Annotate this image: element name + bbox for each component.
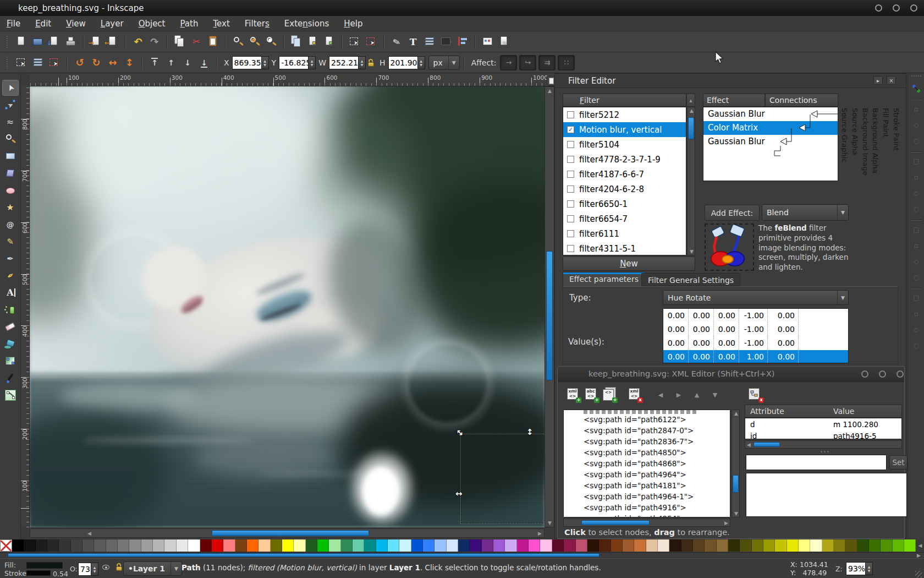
star-tool[interactable]: ★	[2, 199, 19, 215]
horizontal-scroll-thumb[interactable]	[212, 530, 369, 536]
splitter-handle[interactable]	[815, 449, 834, 454]
palette-swatch[interactable]	[493, 539, 505, 552]
tweak-tool[interactable]: ≈	[2, 114, 19, 130]
tab-filter-general-settings[interactable]: Filter General Settings	[641, 273, 740, 286]
menu-edit[interactable]: Edit	[35, 19, 51, 29]
filter-row[interactable]: filter6111	[563, 226, 686, 241]
snap-grids-icon[interactable]: ◇	[910, 323, 923, 336]
palette-swatch[interactable]	[799, 539, 810, 552]
snap-cusp-nodes-icon[interactable]: ○	[910, 203, 923, 216]
checkbox-icon[interactable]	[567, 111, 574, 118]
matrix-row[interactable]: 0.000.000.00-1.000.00	[663, 323, 848, 336]
xml-node-row[interactable]: <svg:path id="path4850">	[564, 447, 730, 458]
menu-path[interactable]: Path	[180, 19, 198, 29]
pencil-tool[interactable]: ✎	[2, 233, 19, 249]
xml-node-row[interactable]: <svg:path id="path4868">	[564, 458, 730, 469]
matrix-value[interactable]: 0.00	[689, 309, 714, 323]
select-all-icon[interactable]: ➤	[348, 34, 362, 50]
toolbar-grip[interactable]	[7, 36, 9, 48]
snap-bbox-icon[interactable]: ▫	[910, 102, 923, 116]
palette-swatch[interactable]	[47, 539, 59, 552]
select-all-layers-icon[interactable]	[31, 55, 45, 70]
lock-ratio-icon[interactable]	[368, 59, 375, 67]
palette-swatch[interactable]	[482, 539, 493, 552]
fill-color-swatch[interactable]	[26, 562, 63, 569]
checkbox-icon[interactable]	[567, 186, 574, 193]
xml-node-row[interactable]: <svg:path id="path4181">	[564, 480, 730, 491]
attribute-hscroll-thumb[interactable]	[754, 442, 780, 447]
filter-list-scroll-thumb[interactable]	[688, 117, 694, 139]
matrix-value[interactable]: 0.00	[768, 309, 799, 323]
save-document-icon[interactable]: ↓	[47, 34, 62, 50]
palette-swatch[interactable]	[517, 539, 529, 552]
palette-swatch[interactable]	[763, 539, 775, 552]
connector-tool[interactable]	[2, 387, 19, 403]
checkbox-icon[interactable]	[567, 230, 574, 237]
xml-minimize-button[interactable]	[861, 370, 868, 378]
matrix-value[interactable]: 0.00	[689, 350, 714, 363]
canvas[interactable]: ↔ ↕ ↔	[30, 86, 544, 527]
palette-swatch[interactable]	[669, 539, 681, 552]
canvas-horizontal-scrollbar[interactable]: ◀ ▶	[30, 528, 544, 538]
toolbar-grip[interactable]	[7, 57, 9, 69]
selection-rectangle[interactable]: ↔ ↕ ↔	[461, 434, 544, 524]
palette-swatch[interactable]	[247, 539, 258, 552]
palette-swatch[interactable]	[810, 539, 822, 552]
palette-swatch[interactable]	[693, 539, 705, 552]
filter-row[interactable]: filter5104	[563, 137, 686, 152]
snap-smooth-nodes-icon[interactable]: □	[910, 223, 923, 236]
palette-swatch[interactable]	[552, 539, 564, 552]
matrix-value[interactable]: 0.00	[714, 323, 739, 336]
connection-graph[interactable]	[703, 107, 839, 181]
xml-node-row[interactable]: <svg:path id="path4964-1">	[564, 491, 730, 502]
node-tool[interactable]: ➤	[2, 97, 19, 113]
snap-path-intersections-icon[interactable]: ◇	[910, 187, 923, 200]
xml-node-row[interactable]: <svg:path id="path6122">	[564, 414, 730, 425]
filter-row[interactable]: filter4311-5-1	[563, 241, 686, 255]
xml-node-row[interactable]: <svg:path id="path4954">	[564, 513, 730, 517]
palette-swatch[interactable]	[188, 539, 200, 552]
node-up-icon[interactable]: ▲	[689, 386, 705, 403]
snap-guides-icon[interactable]: ○	[910, 339, 923, 352]
snap-object-centers-icon[interactable]: ◇	[910, 255, 923, 268]
lower-to-bottom-icon[interactable]: ↓	[197, 55, 211, 70]
resize-grip[interactable]	[915, 571, 922, 577]
snap-midpoints-icon[interactable]: ▫	[910, 239, 923, 252]
checkbox-checked-icon[interactable]: ✓	[567, 126, 574, 133]
xml-node-row[interactable]: <svg:path id="path4916">	[564, 502, 730, 513]
node-down-icon[interactable]: ▼	[707, 386, 723, 403]
x-coordinate-spinner[interactable]: 869.354▲▼	[232, 56, 269, 69]
raise-icon[interactable]: ↑	[164, 55, 178, 70]
maximize-button[interactable]	[893, 4, 900, 12]
palette-swatch[interactable]	[353, 539, 364, 552]
palette-swatch[interactable]	[576, 539, 587, 552]
attribute-row[interactable]: dm 1100.280	[745, 418, 901, 430]
layer-visibility-icon[interactable]	[102, 565, 109, 570]
palette-swatch[interactable]	[564, 539, 575, 552]
palette-swatch[interactable]	[634, 539, 646, 552]
palette-swatch[interactable]	[71, 539, 82, 552]
ellipse-tool[interactable]	[2, 182, 19, 198]
palette-swatch[interactable]	[587, 539, 599, 552]
snap-bbox-edges-icon[interactable]: ◇	[910, 118, 923, 132]
palette-swatch[interactable]	[399, 539, 411, 552]
palette-swatch[interactable]	[845, 539, 857, 552]
palette-swatch[interactable]	[106, 539, 118, 552]
set-attribute-button[interactable]: Set	[889, 455, 908, 470]
matrix-value[interactable]: 0.00	[768, 350, 799, 363]
delete-attribute-icon[interactable]: x	[747, 386, 765, 403]
flip-vertical-icon[interactable]: ↕	[122, 55, 136, 70]
duplicate-node-icon[interactable]: <>+	[602, 386, 618, 403]
menu-file[interactable]: File	[7, 19, 20, 29]
palette-swatch[interactable]	[752, 539, 763, 552]
palette-swatch[interactable]	[82, 539, 94, 552]
checkbox-icon[interactable]	[567, 156, 574, 163]
palette-scroll-left-icon[interactable]: ◀	[916, 539, 924, 552]
matrix-value[interactable]: 0.00	[768, 336, 799, 350]
palette-swatch[interactable]	[822, 539, 834, 552]
palette-swatch[interactable]	[258, 539, 270, 552]
palette-swatch[interactable]	[881, 539, 892, 552]
duplicate-icon[interactable]	[289, 34, 304, 50]
delete-node-icon[interactable]: xml<>x	[627, 386, 644, 403]
minimize-button[interactable]	[875, 4, 882, 12]
